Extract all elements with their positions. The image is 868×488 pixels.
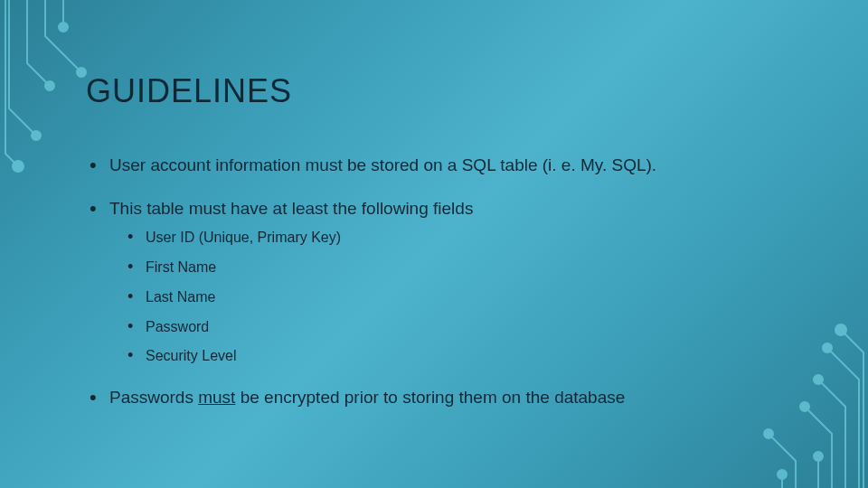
- svg-point-5: [823, 343, 832, 352]
- bullet-item-2-text: This table must have at least the follow…: [109, 199, 473, 218]
- svg-point-1: [45, 81, 54, 90]
- sub-bullet-list: User ID (Unique, Primary Key) First Name…: [109, 229, 814, 366]
- svg-point-9: [835, 324, 846, 335]
- bullet-list: User account information must be stored …: [86, 154, 814, 409]
- bullet-item-3: Passwords must be encrypted prior to sto…: [86, 386, 814, 409]
- svg-point-2: [77, 68, 86, 77]
- bullet-item-3-post: be encrypted prior to storing them on th…: [235, 388, 625, 407]
- bullet-item-1: User account information must be stored …: [86, 154, 814, 177]
- svg-point-8: [814, 452, 823, 461]
- svg-point-0: [32, 131, 41, 140]
- sub-bullet-5: Security Level: [109, 347, 814, 366]
- svg-point-4: [13, 161, 24, 172]
- sub-bullet-3: Last Name: [109, 288, 814, 307]
- slide-title: GUIDELINES: [86, 72, 814, 110]
- bullet-item-2: This table must have at least the follow…: [86, 197, 814, 367]
- svg-point-3: [59, 23, 68, 32]
- svg-point-10: [764, 429, 773, 438]
- bullet-item-3-pre: Passwords: [109, 388, 198, 407]
- slide: GUIDELINES User account information must…: [0, 0, 868, 488]
- sub-bullet-1: User ID (Unique, Primary Key): [109, 229, 814, 248]
- svg-point-6: [814, 375, 823, 384]
- sub-bullet-2: First Name: [109, 258, 814, 277]
- bullet-item-3-underline: must: [198, 388, 235, 407]
- svg-point-11: [778, 470, 787, 479]
- sub-bullet-4: Password: [109, 318, 814, 337]
- slide-content: GUIDELINES User account information must…: [86, 72, 814, 429]
